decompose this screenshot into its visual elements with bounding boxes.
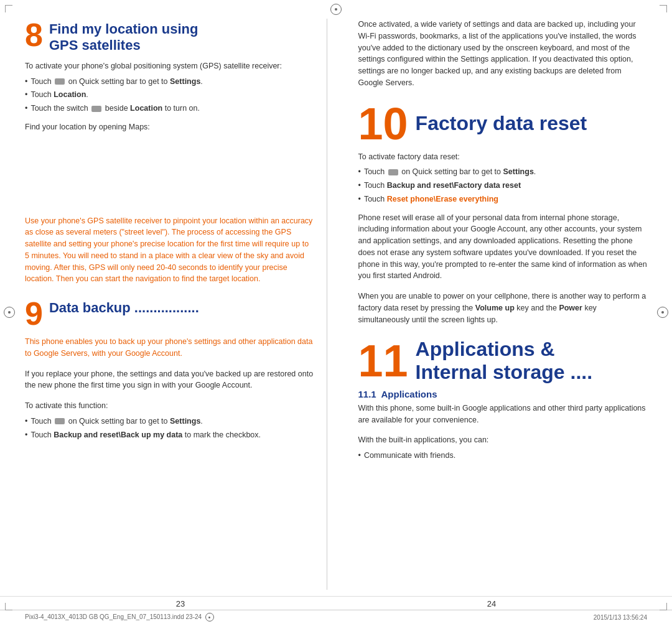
footer-filename: Pixi3-4_4013X_4013D GB QG_Eng_EN_07_1501… <box>25 613 216 622</box>
page-container: 8 Find my location using GPS satellites … <box>0 0 672 624</box>
switch-icon-s8b3 <box>91 106 101 112</box>
content-area: 8 Find my location using GPS satellites … <box>0 0 672 596</box>
corner-mark-tl <box>5 5 12 12</box>
section8-bullet2: • Touch Location. <box>25 89 314 101</box>
page-footer: 23 24 <box>0 596 672 610</box>
reg-mark-right <box>657 307 668 318</box>
page-number-right: 24 <box>336 599 647 608</box>
section10-heading: 10 Factory data reset <box>358 101 648 146</box>
section9-number: 9 <box>25 297 43 330</box>
corner-mark-tr <box>660 5 667 12</box>
section10-body: Phone reset will erase all of your perso… <box>358 212 648 282</box>
right-page: Once activated, a wide variety of settin… <box>346 19 648 590</box>
footer-timestamp: 2015/1/13 13:56:24 <box>594 614 647 621</box>
reg-mark-footer <box>205 613 214 622</box>
section9-bullet1: • Touch on Quick setting bar to get to S… <box>25 416 314 427</box>
section8-maps: Find your location by opening Maps: <box>25 121 314 133</box>
reg-mark-left <box>4 307 15 318</box>
section10-bullet2: • Touch Backup and reset\Factory data re… <box>358 180 648 192</box>
section8-heading: 8 Find my location using GPS satellites <box>25 19 314 54</box>
section9-body3: To activate this function: <box>25 400 314 412</box>
bottom-bar: Pixi3-4_4013X_4013D GB QG_Eng_EN_07_1501… <box>0 610 672 624</box>
section8-gps-body: Use your phone's GPS satellite receiver … <box>25 215 314 286</box>
section11-number: 11 <box>358 338 408 383</box>
section10-number: 10 <box>358 101 408 146</box>
section10-title: Factory data reset <box>416 112 587 135</box>
settings-icon-s8b1 <box>55 78 65 85</box>
section8-intro: To activate your phone's global position… <box>25 60 314 72</box>
section9-heading: 9 Data backup ................. <box>25 297 314 330</box>
section11-sub-heading: 11.1 Applications <box>358 389 648 399</box>
page-number-left: 23 <box>25 599 336 608</box>
section8-bullet1: • Touch on Quick setting bar to get to S… <box>25 76 314 88</box>
left-page: 8 Find my location using GPS satellites … <box>25 19 327 590</box>
section10-bullet1: • Touch on Quick setting bar to get to S… <box>358 166 648 178</box>
section10-body2: When you are unable to power on your cel… <box>358 291 648 325</box>
section10-bullet3: • Touch Reset phone\Erase everything <box>358 193 648 205</box>
section9-title: Data backup ................. <box>49 297 199 316</box>
reg-mark-top <box>330 4 342 15</box>
corner-mark-br <box>660 603 667 610</box>
section9-body2: If you replace your phone, the settings … <box>25 368 314 392</box>
section11-body1: With this phone, some built-in Google ap… <box>358 403 648 426</box>
section8-number: 8 <box>25 19 43 51</box>
settings-icon-s10b1 <box>388 169 398 175</box>
section8-bullet3: • Touch the switch beside Location to tu… <box>25 103 314 114</box>
section11-bullet1: • Communicate with friends. <box>358 450 648 462</box>
section11-title: Applications & Internal storage .... <box>416 338 593 384</box>
section9-right-body: Once activated, a wide variety of settin… <box>358 19 648 89</box>
corner-mark-bl <box>5 603 12 610</box>
section9-bullet2: • Touch Backup and reset\Back up my data… <box>25 429 314 441</box>
section8-title: Find my location using GPS satellites <box>49 19 198 54</box>
settings-icon-s9b1 <box>55 418 65 424</box>
section11-heading: 11 Applications & Internal storage .... <box>358 338 648 384</box>
section9-body1: This phone enables you to back up your p… <box>25 336 314 360</box>
section10-intro: To activate factory data reset: <box>358 151 648 163</box>
section11-body2: With the built-in applications, you can: <box>358 434 648 446</box>
